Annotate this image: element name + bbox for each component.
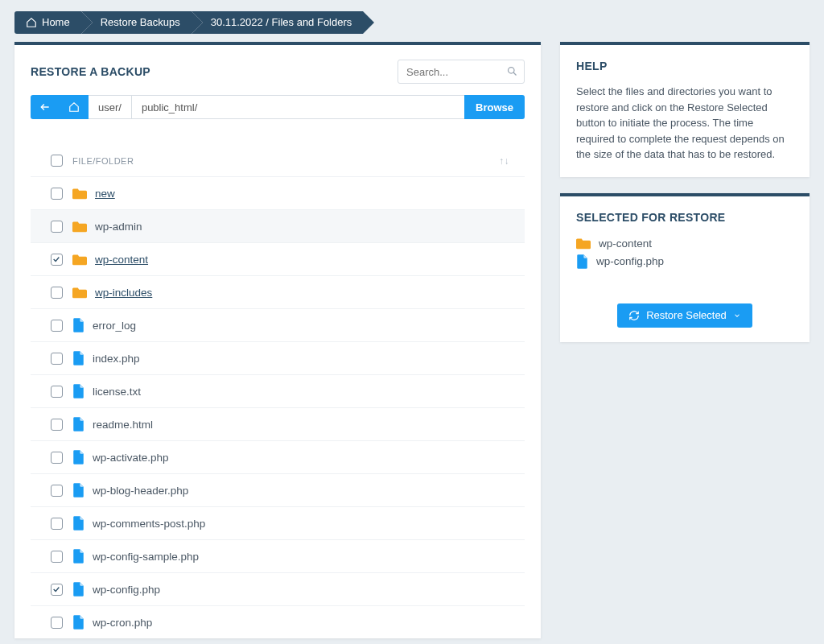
help-text: Select the files and directories you wan… <box>576 84 793 163</box>
help-panel: HELP Select the files and directories yo… <box>560 42 810 177</box>
nav-home-button[interactable] <box>60 95 89 119</box>
file-name: index.php <box>72 351 515 365</box>
row-checkbox[interactable] <box>51 353 63 365</box>
search-icon <box>506 65 518 77</box>
table-row[interactable]: wp-includes <box>31 275 525 308</box>
file-icon <box>72 351 84 365</box>
file-name: license.txt <box>72 384 515 398</box>
row-checkbox[interactable] <box>51 188 63 200</box>
file-name: wp-admin <box>72 221 515 233</box>
folder-icon <box>72 188 87 200</box>
file-icon <box>72 516 84 530</box>
table-row[interactable]: wp-comments-post.php <box>31 506 525 539</box>
breadcrumb-item[interactable]: Restore Backups <box>81 11 192 34</box>
row-checkbox[interactable] <box>51 254 63 266</box>
file-icon <box>72 483 84 497</box>
file-icon <box>72 549 84 564</box>
folder-icon <box>72 254 87 266</box>
svg-line-1 <box>513 72 516 75</box>
folder-icon <box>576 237 591 250</box>
table-row[interactable]: index.php <box>31 341 525 374</box>
table-row[interactable]: wp-content <box>31 242 525 275</box>
row-checkbox[interactable] <box>51 287 63 299</box>
file-icon <box>72 384 84 398</box>
row-checkbox[interactable] <box>51 518 63 530</box>
selected-panel: SELECTED FOR RESTORE wp-contentwp-config… <box>560 193 810 342</box>
file-name[interactable]: wp-content <box>72 254 515 266</box>
refresh-icon <box>628 310 640 321</box>
select-all-checkbox[interactable] <box>51 155 63 167</box>
table-row[interactable]: license.txt <box>31 374 525 407</box>
breadcrumb-item[interactable]: Home <box>14 11 81 34</box>
row-checkbox[interactable] <box>51 221 63 233</box>
file-name: error_log <box>72 318 515 332</box>
restore-selected-button[interactable]: Restore Selected <box>617 303 752 328</box>
browse-button[interactable]: Browse <box>464 95 525 119</box>
table-row[interactable]: new <box>31 176 525 209</box>
file-name[interactable]: wp-includes <box>72 287 515 299</box>
file-name: wp-blog-header.php <box>72 483 515 497</box>
row-checkbox[interactable] <box>51 386 63 398</box>
panel-title-restore: RESTORE A BACKUP <box>31 65 150 78</box>
folder-icon <box>72 221 87 233</box>
home-icon <box>68 101 80 113</box>
file-name: wp-config.php <box>72 582 515 597</box>
sort-indicator[interactable]: ↑↓ <box>499 155 515 167</box>
restore-selected-label: Restore Selected <box>646 309 727 321</box>
nav-back-button[interactable] <box>31 95 60 119</box>
home-icon <box>26 17 37 28</box>
table-row[interactable]: wp-cron.php <box>31 605 525 638</box>
file-icon <box>72 450 84 464</box>
file-icon <box>72 417 84 431</box>
table-row[interactable]: wp-blog-header.php <box>31 473 525 506</box>
table-row[interactable]: wp-config-sample.php <box>31 539 525 572</box>
file-icon <box>72 615 84 630</box>
panel-title-help: HELP <box>576 60 793 72</box>
row-checkbox[interactable] <box>51 584 63 596</box>
selected-item: wp-content <box>576 235 793 252</box>
column-header-name[interactable]: FILE/FOLDER <box>72 156 499 166</box>
file-name: wp-activate.php <box>72 450 515 464</box>
row-checkbox[interactable] <box>51 452 63 464</box>
svg-point-0 <box>509 68 515 74</box>
breadcrumb: HomeRestore Backups30.11.2022 / Files an… <box>0 0 824 42</box>
table-row[interactable]: readme.html <box>31 407 525 440</box>
panel-title-selected: SELECTED FOR RESTORE <box>576 211 793 224</box>
selected-item: wp-config.php <box>576 252 793 271</box>
table-row[interactable]: error_log <box>31 308 525 341</box>
table-row[interactable]: wp-config.php <box>31 572 525 605</box>
table-row[interactable]: wp-activate.php <box>31 440 525 473</box>
file-icon <box>72 318 84 332</box>
arrow-left-icon <box>39 101 51 113</box>
path-user-segment: user/ <box>89 95 131 119</box>
file-name: readme.html <box>72 417 515 431</box>
path-input[interactable] <box>131 95 464 119</box>
file-name: wp-config-sample.php <box>72 549 515 564</box>
table-header: FILE/FOLDER ↑↓ <box>31 155 525 176</box>
table-row[interactable]: wp-admin <box>31 209 525 242</box>
chevron-down-icon <box>733 312 741 320</box>
row-checkbox[interactable] <box>51 617 63 629</box>
file-icon <box>576 254 588 269</box>
row-checkbox[interactable] <box>51 320 63 332</box>
row-checkbox[interactable] <box>51 485 63 497</box>
file-name[interactable]: new <box>72 188 515 200</box>
file-name: wp-comments-post.php <box>72 516 515 530</box>
row-checkbox[interactable] <box>51 551 63 563</box>
folder-icon <box>72 287 87 299</box>
restore-panel: RESTORE A BACKUP user/ Browse <box>14 42 541 638</box>
row-checkbox[interactable] <box>51 419 63 431</box>
file-name: wp-cron.php <box>72 615 515 630</box>
breadcrumb-item[interactable]: 30.11.2022 / Files and Folders <box>192 11 364 34</box>
file-icon <box>72 582 84 597</box>
